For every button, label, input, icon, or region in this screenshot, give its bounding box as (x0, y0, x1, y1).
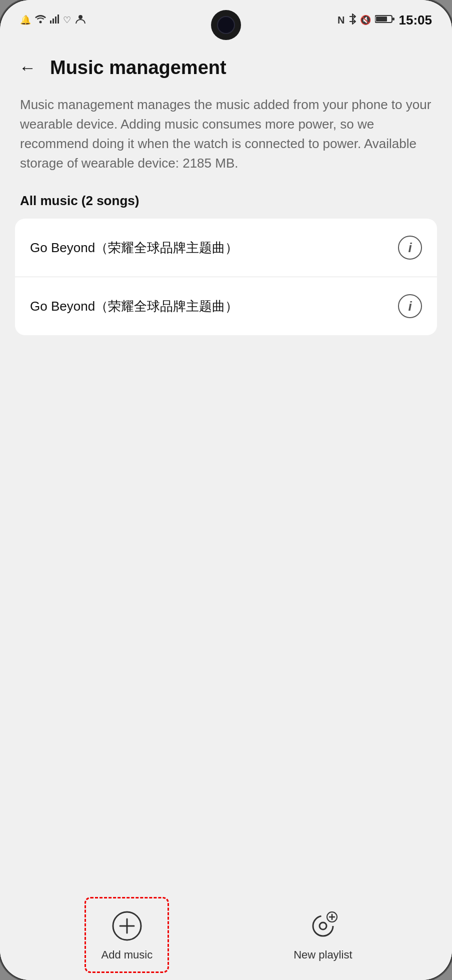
add-music-button[interactable]: Add music (84, 897, 169, 973)
new-playlist-icon-wrapper (306, 908, 340, 943)
new-playlist-icon (307, 910, 339, 942)
svg-rect-1 (50, 21, 52, 24)
status-left-icons: 🔔 ♡ (20, 14, 86, 27)
svg-point-5 (78, 15, 82, 19)
status-time: 15:05 (399, 13, 432, 28)
back-button[interactable]: ← (15, 55, 40, 80)
song-title-1: Go Beyond（荣耀全球品牌主题曲） (30, 239, 398, 257)
page-header: ← Music management (0, 40, 452, 90)
svg-point-15 (320, 922, 326, 929)
new-playlist-button[interactable]: New playlist (278, 898, 367, 971)
signal-icon (50, 15, 59, 26)
add-music-label: Add music (101, 948, 152, 961)
phone-screen: 🔔 ♡ (0, 0, 452, 980)
song-item-2[interactable]: Go Beyond（荣耀全球品牌主题曲） i (15, 277, 437, 335)
add-music-icon (111, 910, 143, 942)
svg-rect-10 (392, 18, 394, 21)
svg-rect-4 (58, 15, 59, 24)
svg-point-0 (40, 21, 42, 23)
battery-icon (375, 14, 395, 27)
status-right-icons: N 🔇 15:05 (338, 13, 432, 28)
section-header: All music (2 songs) (0, 188, 452, 219)
page-title: Music management (50, 57, 226, 79)
info-icon-1: i (408, 241, 412, 254)
info-icon-2: i (408, 300, 412, 313)
bottom-action-bar: Add music (0, 890, 452, 980)
nfc-icon: N (338, 15, 344, 26)
main-content: ← Music management Music management mana… (0, 40, 452, 980)
song-info-button-1[interactable]: i (398, 236, 422, 260)
phone-frame: 🔔 ♡ (0, 0, 452, 980)
song-info-button-2[interactable]: i (398, 294, 422, 318)
svg-rect-3 (55, 17, 56, 24)
description-text: Music management manages the music added… (0, 90, 452, 188)
notification-icon: 🔔 (20, 15, 31, 26)
heart-icon: ♡ (63, 15, 71, 26)
wifi-icon (35, 15, 46, 26)
songs-list-card: Go Beyond（荣耀全球品牌主题曲） i Go Beyond（荣耀全球品牌主… (15, 219, 437, 335)
back-arrow-icon: ← (19, 59, 36, 76)
mute-icon: 🔇 (360, 15, 371, 26)
add-music-icon-wrapper (110, 908, 144, 943)
user-icon (75, 14, 86, 27)
bluetooth-icon (349, 14, 356, 27)
svg-rect-2 (52, 19, 54, 24)
song-item-1[interactable]: Go Beyond（荣耀全球品牌主题曲） i (15, 219, 437, 277)
camera-lens (217, 16, 235, 34)
content-spacer (0, 335, 452, 890)
svg-rect-9 (376, 17, 387, 22)
song-title-2: Go Beyond（荣耀全球品牌主题曲） (30, 298, 398, 315)
camera-notch (211, 10, 241, 40)
new-playlist-label: New playlist (294, 948, 352, 961)
